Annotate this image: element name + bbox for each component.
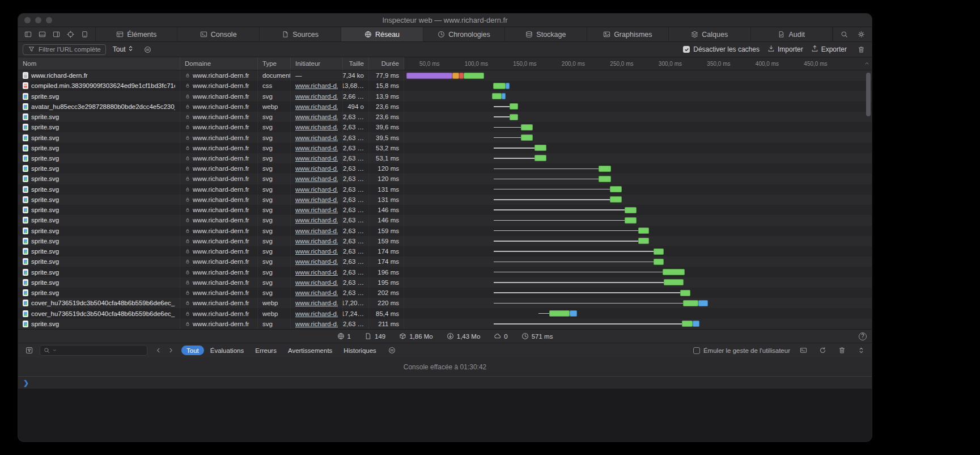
tab-graphics[interactable]: Graphismes [587,27,669,41]
console-search-input[interactable] [40,345,147,356]
device-button[interactable] [78,29,91,40]
request-initiator[interactable]: www.richard-d… [295,258,338,265]
request-initiator[interactable]: www.richard-d… [295,217,338,224]
request-initiator[interactable]: www.richard-d… [295,113,338,120]
next-result-button[interactable] [164,345,177,356]
request-row[interactable]: cover_hu736519dc3b5040cfa48b6b559b6de6ec… [18,308,872,318]
dock-bottom-button[interactable] [36,29,48,40]
request-row[interactable]: sprite.svgwww.richard-dern.frsvgwww.rich… [18,288,872,298]
clear-console-button[interactable] [835,345,848,356]
console-scope-tout[interactable]: Tout [181,346,204,355]
request-row[interactable]: sprite.svgwww.richard-dern.frsvgwww.rich… [18,319,872,329]
request-initiator[interactable]: www.richard-d… [295,165,338,172]
tab-timelines[interactable]: Chronologies [423,27,505,41]
element-picker-button[interactable] [64,29,77,40]
url-filter-input[interactable]: Filtrer l'URL complète [23,44,106,55]
request-initiator[interactable]: www.richard-d… [295,300,338,306]
expand-console-button[interactable] [855,345,867,356]
search-button[interactable] [838,29,850,40]
request-row[interactable]: cover_hu736519dc3b5040cfa48b6b559b6de6ec… [18,298,872,308]
zoom-button[interactable] [46,17,52,23]
emulate-user-gesture-checkbox[interactable]: Émuler le geste de l'utilisateur [693,347,790,354]
request-row[interactable]: sprite.svgwww.richard-dern.frsvgwww.rich… [18,195,872,205]
request-initiator[interactable]: www.richard-d… [295,269,338,276]
request-row[interactable]: www.richard-dern.frwww.richard-dern.frdo… [18,70,872,81]
request-row[interactable]: sprite.svgwww.richard-dern.frsvgwww.rich… [18,267,872,277]
request-initiator[interactable]: www.richard-d… [295,228,338,234]
timeline-header[interactable]: 50,0 ms100,0 ms150,0 ms200,0 ms250,0 ms3… [404,57,872,70]
tab-sources[interactable]: Sources [260,27,341,41]
column-header-domaine[interactable]: Domaine [180,57,258,70]
request-row[interactable]: sprite.svgwww.richard-dern.frsvgwww.rich… [18,174,872,184]
request-initiator[interactable]: www.richard-d… [295,321,338,327]
request-initiator[interactable]: www.richard-d… [295,310,338,317]
console-empty-area[interactable] [18,389,872,441]
titlebar[interactable]: Inspecteur web — www.richard-dern.fr [18,14,872,27]
export-button[interactable]: Exporter [811,45,847,54]
tab-network[interactable]: Réseau [341,27,423,41]
reload-button[interactable] [816,345,829,356]
request-initiator[interactable]: www.richard-d… [295,196,338,203]
console-scope-évaluations[interactable]: Évaluations [205,346,249,355]
help-button[interactable]: ? [859,332,867,340]
filter-options-button[interactable] [141,44,154,55]
stat-cached[interactable]: 0 [494,332,507,340]
scrollbar-up-arrow[interactable] [864,60,870,68]
request-initiator[interactable]: www.richard-d… [295,155,338,162]
previous-result-button[interactable] [152,345,164,356]
vertical-scrollbar[interactable] [866,73,871,116]
dock-undock-button[interactable] [50,29,62,40]
resource-type-select[interactable]: Tout [113,45,135,54]
request-row[interactable]: sprite.svgwww.richard-dern.frsvgwww.rich… [18,143,872,153]
console-options-button[interactable] [386,345,398,356]
request-initiator[interactable]: www.richard-d… [295,279,338,286]
request-initiator[interactable]: www.richard-d… [295,103,338,110]
column-header-nom[interactable]: Nom [18,57,180,70]
request-initiator[interactable]: www.richard-d… [295,175,338,182]
close-button[interactable] [24,17,31,23]
tab-storage[interactable]: Stockage [505,27,587,41]
settings-button[interactable] [855,29,867,40]
request-row[interactable]: sprite.svgwww.richard-dern.frsvgwww.rich… [18,132,872,142]
request-row[interactable]: sprite.svgwww.richard-dern.frsvgwww.rich… [18,205,872,215]
stat-domains[interactable]: 1 [337,332,351,340]
dock-side-button[interactable] [22,29,34,40]
request-row[interactable]: sprite.svgwww.richard-dern.frsvgwww.rich… [18,91,872,101]
request-row[interactable]: sprite.svgwww.richard-dern.frsvgwww.rich… [18,215,872,225]
request-row[interactable]: sprite.svgwww.richard-dern.frsvgwww.rich… [18,153,872,163]
request-initiator[interactable]: www.richard-d… [295,186,338,193]
request-row[interactable]: avatar_hu85ecc3e298728880b0bde2dcc4e5c23… [18,102,872,112]
request-initiator[interactable]: www.richard-d… [295,93,338,100]
import-button[interactable]: Importer [767,45,803,54]
stat-transferred[interactable]: 1,43 Mo [447,332,481,340]
request-row[interactable]: compiled.min.38390909f303624ed9e1cf1bd3f… [18,81,872,91]
column-header-taille[interactable]: Taille [343,57,369,70]
minimize-button[interactable] [35,17,41,23]
column-header-initiateur[interactable]: Initiateur [291,57,343,70]
request-initiator[interactable]: www.richard-d… [295,145,338,151]
console-prompt[interactable]: ❯ [18,377,872,389]
request-row[interactable]: sprite.svgwww.richard-dern.frsvgwww.rich… [18,163,872,174]
tab-audit[interactable]: Audit [751,27,833,41]
console-scope-erreurs[interactable]: Erreurs [250,346,282,355]
stat-load-time[interactable]: 571 ms [521,332,553,340]
stat-total-size[interactable]: 1,86 Mo [399,332,433,340]
request-row[interactable]: sprite.svgwww.richard-dern.frsvgwww.rich… [18,277,872,288]
request-initiator[interactable]: www.richard-d… [295,134,338,141]
stat-resources[interactable]: 149 [364,332,385,340]
console-drawer-button[interactable] [797,345,809,356]
request-initiator[interactable]: www.richard-d… [295,207,338,213]
request-initiator[interactable]: www.richard-d… [295,248,338,255]
console-scope-avertissements[interactable]: Avertissements [283,346,337,355]
request-row[interactable]: sprite.svgwww.richard-dern.frsvgwww.rich… [18,246,872,256]
request-row[interactable]: sprite.svgwww.richard-dern.frsvgwww.rich… [18,226,872,236]
tab-layers[interactable]: Calques [669,27,750,41]
console-filter-button[interactable] [23,345,35,356]
request-initiator[interactable]: www.richard-d… [295,238,338,245]
column-header-type[interactable]: Type [258,57,291,70]
request-row[interactable]: sprite.svgwww.richard-dern.frsvgwww.rich… [18,122,872,132]
tab-elements[interactable]: Éléments [96,27,177,41]
delete-requests-button[interactable] [855,44,867,55]
request-initiator[interactable]: www.richard-d… [295,289,338,296]
disable-caches-checkbox[interactable]: Désactiver les caches [683,45,760,53]
